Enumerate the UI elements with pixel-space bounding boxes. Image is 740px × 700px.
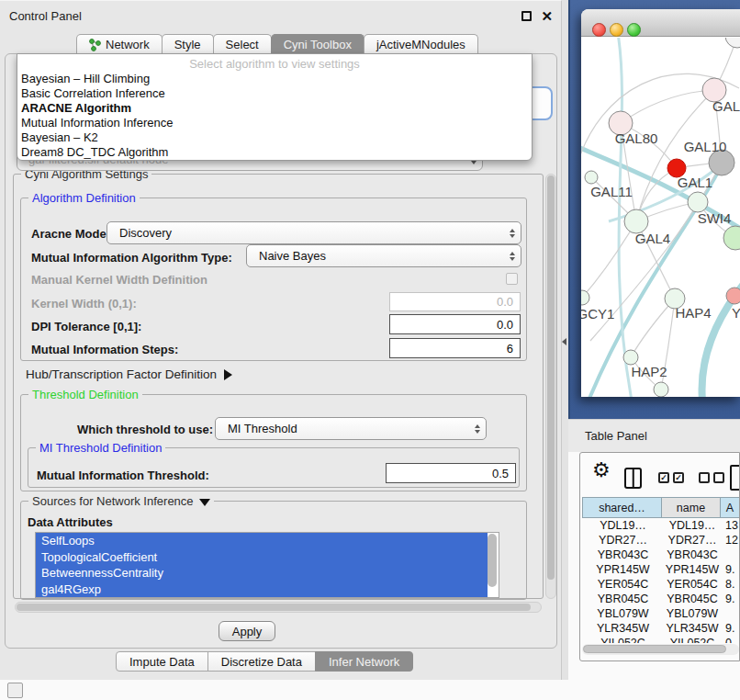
float-panel-icon[interactable]	[521, 11, 532, 21]
panel-corner-button[interactable]	[7, 683, 23, 698]
gear-icon[interactable]: ⚙	[592, 460, 611, 480]
tab-network[interactable]: Network	[76, 34, 163, 54]
node-label: GAL11	[590, 184, 633, 199]
algorithm-option[interactable]: Bayesian – K2	[17, 130, 532, 145]
node-label: GAL10	[684, 139, 727, 154]
node-label: GAL80	[615, 130, 658, 146]
split-columns-icon[interactable]	[624, 468, 642, 489]
divider-collapse-arrow-icon[interactable]	[562, 338, 566, 345]
data-attributes-label: Data Attributes	[28, 515, 113, 529]
node-swi4[interactable]	[723, 226, 740, 250]
table-row[interactable]: YIL052CYIL052C0	[583, 636, 740, 643]
combo-stepper-icon	[510, 252, 515, 261]
algorithm-option[interactable]: Bayesian – Hill Climbing	[17, 72, 532, 86]
attribute-item[interactable]: gal4RGexp	[36, 581, 488, 598]
minimize-traffic-light-icon[interactable]	[610, 23, 623, 37]
algorithm-option[interactable]: Mutual Information Inference	[17, 116, 532, 130]
table-horizontal-scrollbar[interactable]	[582, 644, 739, 655]
node-labels: GAL GAL80 GAL10 GAL1 GAL11 SWI4 GAL4 GCY…	[581, 98, 740, 379]
mi-threshold-label: Mutual Information Threshold:	[37, 469, 209, 482]
attribute-item[interactable]: BetweennessCentrality	[36, 565, 488, 581]
apply-button[interactable]: Apply	[219, 621, 275, 641]
node-gcy1[interactable]	[581, 290, 589, 305]
tab-impute-data[interactable]: Impute Data	[116, 651, 208, 672]
network-window-titlebar[interactable]	[581, 9, 740, 37]
control-panel-titlebar: Control Panel ✕	[0, 3, 562, 28]
mi-steps-field[interactable]: 6	[389, 338, 521, 358]
table-row[interactable]: YBR043CYBR043C	[583, 548, 740, 562]
table-row[interactable]: YDR27…YDR27…12	[583, 533, 740, 548]
settings-horizontal-scrollbar[interactable]	[15, 602, 542, 613]
node-label: HAP4	[675, 305, 711, 321]
cyni-bottom-tabs: Impute Data Discretize Data Infer Networ…	[117, 651, 413, 672]
tab-select[interactable]: Select	[213, 34, 272, 54]
unchecked-checkbox-icon[interactable]	[713, 472, 724, 483]
table-row[interactable]: YBL079WYBL079W	[583, 606, 740, 621]
tab-network-label: Network	[106, 38, 150, 51]
close-traffic-light-icon[interactable]	[592, 23, 606, 37]
tab-cyni-toolbox[interactable]: Cyni Toolbox	[271, 34, 364, 54]
hub-tf-definition-toggle[interactable]: Hub/Transcription Factor Definition	[26, 367, 232, 381]
table-row[interactable]: YBR045CYBR045C9.	[583, 592, 740, 606]
table-row[interactable]: YPR145WYPR145W9.	[583, 562, 740, 577]
node-hap2[interactable]	[623, 350, 638, 365]
column-header-name[interactable]: name	[661, 497, 721, 518]
kernel-width-label: Kernel Width (0,1):	[31, 297, 137, 310]
algorithm-option-selected[interactable]: ARACNE Algorithm	[17, 101, 532, 116]
kernel-width-field[interactable]: 0.0	[389, 292, 521, 311]
node-label: HAP2	[631, 364, 667, 379]
node-label: GAL	[712, 98, 740, 114]
dpi-tolerance-label: DPI Tolerance [0,1]:	[31, 320, 141, 333]
settings-vertical-scrollbar[interactable]	[545, 174, 556, 599]
table-body: YDL19…YDL19…13 YDR27…YDR27…12 YBR043CYBR…	[583, 518, 740, 643]
table-row[interactable]: YER054CYER054C8.	[583, 577, 740, 592]
attribute-item[interactable]: TopologicalCoefficient	[36, 549, 488, 566]
table-row[interactable]: YDL19…YDL19…13	[583, 518, 740, 533]
attribute-item[interactable]: SelfLoops	[36, 533, 488, 549]
tab-jactivemnodules[interactable]: jActiveMNodules	[364, 34, 478, 54]
combo-stepper-icon	[510, 229, 515, 238]
combo-stepper-icon	[475, 424, 480, 434]
table-header-row: shared… name A	[583, 497, 740, 518]
node-y-partial[interactable]	[726, 288, 740, 304]
manual-kernel-label: Manual Kernel Width Definition	[31, 273, 207, 287]
node-unlabeled-top[interactable]	[725, 38, 740, 48]
network-canvas[interactable]: GAL GAL80 GAL10 GAL1 GAL11 SWI4 GAL4 GCY…	[581, 38, 740, 397]
column-header-shared-name[interactable]: shared…	[582, 497, 662, 518]
manual-kernel-checkbox[interactable]	[506, 273, 518, 285]
mi-threshold-field[interactable]: 0.5	[386, 463, 516, 483]
node-unlabeled-bottom[interactable]	[654, 382, 668, 397]
aracne-mode-label: Aracne Mode:	[31, 227, 110, 241]
table-panel-title: Table Panel	[585, 429, 647, 443]
close-icon[interactable]: ✕	[541, 9, 553, 23]
attribute-list-scrollbar[interactable]	[488, 534, 497, 587]
checked-checkbox-icon[interactable]: ✓	[658, 472, 669, 483]
tab-style[interactable]: Style	[162, 34, 214, 54]
table-panel-titlebar: Table Panel	[568, 419, 740, 452]
expand-arrow-icon	[224, 369, 232, 380]
node-label: GAL4	[635, 231, 670, 246]
node-gal1[interactable]	[688, 192, 708, 212]
dpi-tolerance-field[interactable]: 0.0	[389, 314, 521, 334]
node-label: GAL1	[678, 175, 712, 190]
algorithm-dropdown-popup: Select algorithm to view settings Bayesi…	[17, 53, 533, 161]
node-label: Y	[732, 305, 740, 321]
mi-type-combo[interactable]: Naive Bayes	[246, 244, 521, 267]
checked-checkbox-icon[interactable]: ✓	[673, 472, 684, 483]
mi-type-label: Mutual Information Algorithm Type:	[31, 251, 232, 265]
document-icon[interactable]	[730, 465, 740, 491]
algorithm-option[interactable]: Basic Correlation Inference	[17, 86, 532, 101]
zoom-traffic-light-icon[interactable]	[627, 23, 641, 37]
sources-toggle[interactable]: Sources for Network Inference	[28, 494, 214, 508]
algorithm-option[interactable]: Dream8 DC_TDC Algorithm	[17, 145, 532, 160]
node-label: GCY1	[581, 306, 614, 322]
node-gal11[interactable]	[585, 171, 598, 184]
table-row[interactable]: YLR345WYLR345W9.	[583, 621, 740, 636]
column-header-partial[interactable]: A	[720, 497, 740, 518]
tab-discretize-data[interactable]: Discretize Data	[207, 651, 316, 672]
threshold-combo[interactable]: MI Threshold	[215, 417, 487, 440]
aracne-mode-combo[interactable]: Discovery	[107, 221, 521, 244]
tab-infer-network[interactable]: Infer Network	[315, 651, 413, 672]
data-attributes-list[interactable]: SelfLoops TopologicalCoefficient Between…	[35, 532, 499, 598]
unchecked-checkbox-icon[interactable]	[699, 472, 710, 483]
